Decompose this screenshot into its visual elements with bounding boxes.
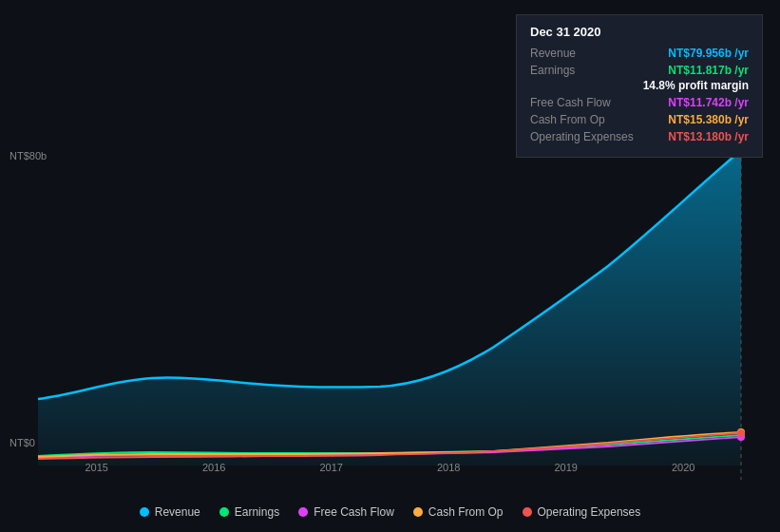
legend-cashop-label: Cash From Op (428, 505, 504, 519)
tooltip-earnings-label: Earnings (530, 64, 635, 77)
legend-revenue-dot (140, 507, 149, 517)
chart-svg (0, 142, 780, 480)
x-label-2019: 2019 (555, 462, 578, 473)
legend-opex[interactable]: Operating Expenses (523, 505, 641, 519)
legend-opex-label: Operating Expenses (538, 505, 641, 519)
tooltip-freecash-row: Free Cash Flow NT$11.742b /yr (530, 96, 749, 109)
legend-revenue[interactable]: Revenue (140, 505, 200, 519)
tooltip-freecash-value: NT$11.742b /yr (668, 96, 749, 109)
tooltip-revenue-row: Revenue NT$79.956b /yr (530, 47, 749, 60)
legend-revenue-label: Revenue (155, 505, 200, 519)
legend-earnings-label: Earnings (235, 505, 279, 519)
legend-cashop[interactable]: Cash From Op (413, 505, 504, 519)
legend-freecash-label: Free Cash Flow (314, 505, 394, 519)
tooltip-cashop-value: NT$15.380b /yr (668, 113, 749, 126)
x-label-2020: 2020 (672, 462, 694, 473)
tooltip-title: Dec 31 2020 (530, 25, 749, 39)
legend-freecash[interactable]: Free Cash Flow (298, 505, 394, 519)
tooltip-earnings-value: NT$11.817b /yr (668, 64, 749, 77)
x-label-2015: 2015 (86, 462, 108, 473)
x-axis: 2015 2016 2017 2018 2019 2020 (0, 462, 780, 473)
tooltip: Dec 31 2020 Revenue NT$79.956b /yr Earni… (516, 14, 763, 158)
tooltip-freecash-label: Free Cash Flow (530, 96, 635, 109)
legend-earnings[interactable]: Earnings (219, 505, 279, 519)
tooltip-revenue-value: NT$79.956b /yr (668, 47, 749, 60)
x-label-2017: 2017 (320, 462, 343, 473)
chart-container: Dec 31 2020 Revenue NT$79.956b /yr Earni… (0, 0, 780, 532)
legend-freecash-dot (298, 507, 308, 517)
revenue-area (38, 150, 741, 466)
tooltip-opex-label: Operating Expenses (530, 130, 635, 143)
legend-cashop-dot (413, 507, 423, 517)
tooltip-cashop-label: Cash From Op (530, 113, 635, 126)
tooltip-earnings-row: Earnings NT$11.817b /yr (530, 64, 749, 77)
tooltip-cashop-row: Cash From Op NT$15.380b /yr (530, 113, 749, 126)
tooltip-opex-row: Operating Expenses NT$13.180b /yr (530, 130, 749, 143)
x-label-2016: 2016 (202, 462, 225, 473)
opex-endpoint (737, 429, 745, 437)
x-label-2018: 2018 (437, 462, 460, 473)
chart-legend: Revenue Earnings Free Cash Flow Cash Fro… (0, 505, 780, 519)
legend-opex-dot (523, 507, 532, 517)
tooltip-revenue-label: Revenue (530, 47, 635, 60)
tooltip-opex-value: NT$13.180b /yr (668, 130, 749, 143)
tooltip-margin: 14.8% profit margin (530, 79, 749, 92)
legend-earnings-dot (219, 507, 229, 517)
